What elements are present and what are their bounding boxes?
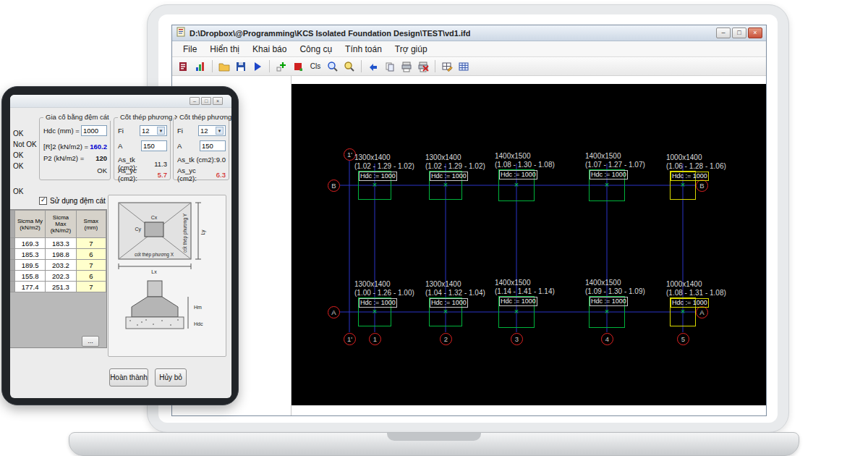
grid-row[interactable]: 185.3198.86	[10, 249, 106, 260]
finish-button[interactable]: Hoàn thành	[109, 368, 148, 387]
add-node-icon[interactable]	[273, 59, 289, 74]
menu-cong-cu[interactable]: Công cụ	[293, 43, 339, 56]
foundation-hdc: Hdc := 1000	[499, 297, 537, 306]
dialog-maximize-button[interactable]: □	[201, 97, 211, 105]
dropdown-arrow-icon: ▾	[216, 127, 224, 135]
foundation-hdc: Hdc := 1000	[499, 170, 537, 180]
foundation-label: 1400x1500(1.09 - 1.30 - 1.09)	[585, 279, 645, 295]
results-icon[interactable]	[176, 59, 192, 74]
toolbar-separator	[435, 60, 435, 72]
foundation-label: 1400x1500(1.08 - 1.30 - 1.08)	[495, 152, 555, 169]
axis-bubble-4: 4	[601, 333, 613, 345]
grid-row[interactable]: 169.3183.37	[10, 238, 106, 249]
status-item: OK	[13, 128, 37, 139]
r2-value: 160.2	[90, 143, 107, 151]
asyc-label: As_yc (cm2):	[177, 166, 216, 182]
dropdown-arrow-icon: ▾	[157, 127, 165, 135]
foundation-hdc: Hdc := 1000	[359, 172, 397, 181]
copy-icon[interactable]	[382, 59, 398, 74]
toolbar-separator	[361, 60, 362, 72]
cad-canvas[interactable]: B B A A 1' 1' 1 2 3 4 5 1300x1400(1.02 -…	[292, 84, 766, 405]
status-list: OK Not OK OK OK OK	[13, 128, 37, 197]
group-rebar-y: Cốt thép phương Y Fi 12 ▾ A As_tk (cm2):	[173, 117, 229, 180]
use-sand-cushion-checkbox[interactable]: Sử dụng đệm cát	[39, 197, 106, 205]
rebar-y-label: cốt thép phương Y	[182, 213, 188, 253]
foundation-hdc: Hdc := 1000	[671, 172, 709, 181]
grid-row[interactable]: 155.8202.36	[10, 271, 106, 282]
window-titlebar[interactable]: D:\Dropbox\@Programming\KCS Isolated Fou…	[172, 25, 766, 41]
foundation-B3[interactable]: 1400x1500(1.08 - 1.30 - 1.08) Hdc := 100…	[498, 169, 535, 201]
group-title: Cốt thép phương Y	[177, 113, 231, 121]
status-item: OK	[13, 150, 37, 161]
a-input[interactable]	[141, 140, 167, 151]
more-button[interactable]: ...	[82, 336, 99, 347]
foundation-A2[interactable]: 1300x1400(1.04 - 1.32 - 1.04) Hdc := 100…	[429, 297, 462, 326]
foundation-A1[interactable]: 1300x1400(1.00 - 1.26 - 1.00) Hdc := 100…	[358, 297, 391, 326]
maximize-button[interactable]: □	[732, 28, 746, 38]
table-icon[interactable]	[456, 59, 472, 74]
status-item: OK	[13, 161, 37, 172]
close-button[interactable]: ×	[748, 28, 762, 38]
foundation-B2[interactable]: 1300x1400(1.02 - 1.29 - 1.02) Hdc := 100…	[429, 171, 462, 200]
a-label: A	[177, 142, 182, 150]
foundation-B1[interactable]: 1300x1400(1.02 - 1.29 - 1.02) Hdc := 100…	[358, 171, 391, 200]
dialog-minimize-button[interactable]: –	[190, 97, 200, 105]
stage: D:\Dropbox\@Programming\KCS Isolated Fou…	[0, 0, 868, 456]
foundation-B4[interactable]: 1400x1500(1.07 - 1.27 - 1.07) Hdc := 100…	[589, 169, 625, 201]
foundation-B5[interactable]: 1000x1400(1.06 - 1.28 - 1.06) Hdc := 100…	[670, 171, 696, 200]
astk-value: 9.0	[216, 156, 226, 164]
menu-tinh-toan[interactable]: Tính toán	[339, 43, 388, 56]
menu-tro-giup[interactable]: Trợ giúp	[388, 43, 434, 56]
foundation-hdc: Hdc := 1000	[430, 172, 468, 181]
foundation-A3[interactable]: 1400x1500(1.14 - 1.41 - 1.14) Hdc := 100…	[498, 296, 535, 328]
fi-select[interactable]: 12 ▾	[198, 125, 226, 136]
app-content: B B A A 1' 1' 1 2 3 4 5 1300x1400(1.02 -…	[172, 76, 766, 415]
stop-icon[interactable]	[290, 59, 306, 74]
edit-table-icon[interactable]	[439, 59, 455, 74]
a-input[interactable]	[200, 140, 226, 151]
open-icon[interactable]	[216, 59, 232, 74]
app-window: D:\Dropbox\@Programming\KCS Isolated Fou…	[171, 25, 767, 416]
cancel-button[interactable]: Hủy bỏ	[155, 368, 187, 387]
checkbox-icon[interactable]	[39, 197, 47, 205]
foundation-hdc: Hdc := 1000	[671, 298, 709, 308]
p2-label: P2 (kN/m2) =	[43, 154, 84, 162]
run-icon[interactable]	[250, 59, 265, 74]
axis-bubble-B-right: B	[696, 180, 708, 192]
grid-row[interactable]: 177.4251.37	[10, 282, 106, 292]
foundation-A5[interactable]: 1000x1400(1.08 - 1.31 - 1.08) Hdc := 100…	[670, 297, 696, 326]
save-icon[interactable]	[233, 59, 249, 74]
diagram-drawing: Cx Cy cốt thép phương X cốt thép phương …	[109, 195, 226, 356]
menu-hien-thi[interactable]: Hiển thị	[203, 43, 246, 56]
foundation-hdc: Hdc := 1000	[430, 298, 468, 308]
menu-khai-bao[interactable]: Khai báo	[246, 43, 293, 56]
grid-row[interactable]: 189.5203.27	[10, 260, 106, 271]
menu-file[interactable]: File	[176, 43, 203, 56]
group-sand-cushion: Gia cố bằng đệm cát Hdc (mm) = [R]2 (kN/…	[39, 117, 111, 180]
cushion-status: OK	[97, 166, 107, 174]
minimize-button[interactable]: –	[716, 28, 731, 38]
results-grid[interactable]: Sicma My (kN/m2) Sicma Max (kN/m2) Smax …	[10, 209, 107, 348]
asyc-value: 6.3	[216, 171, 226, 179]
window-title: D:\Dropbox\@Programming\KCS Isolated Fou…	[190, 29, 470, 38]
toolbar: Cls	[172, 57, 766, 76]
fi-select[interactable]: 12 ▾	[140, 125, 167, 136]
pan-icon[interactable]	[365, 59, 381, 74]
zoom-window-icon[interactable]	[341, 59, 357, 74]
fi-label: Fi	[118, 127, 124, 135]
dialog-window: – □ × OK Not OK OK OK OK Gia cố bằng đệm…	[10, 95, 231, 398]
cx-label: Cx	[151, 215, 158, 220]
checkbox-label: Sử dụng đệm cát	[50, 197, 106, 205]
print-icon[interactable]	[399, 59, 414, 74]
print-cancel-icon[interactable]	[415, 59, 431, 74]
foundation-label: 1000x1400(1.08 - 1.31 - 1.08)	[666, 280, 726, 297]
zoom-extents-icon[interactable]	[325, 59, 341, 74]
chart-icon[interactable]	[192, 59, 208, 74]
asyc-label: As_yc (cm2):	[118, 166, 158, 182]
cls-button[interactable]: Cls	[307, 59, 324, 74]
dialog-close-button[interactable]: ×	[213, 97, 223, 105]
hdc-input[interactable]	[81, 125, 107, 136]
axis-bubble-1p: 1'	[344, 333, 356, 345]
tablet-frame: – □ × OK Not OK OK OK OK Gia cố bằng đệm…	[1, 86, 239, 405]
foundation-A4[interactable]: 1400x1500(1.09 - 1.30 - 1.09) Hdc := 100…	[589, 296, 625, 328]
